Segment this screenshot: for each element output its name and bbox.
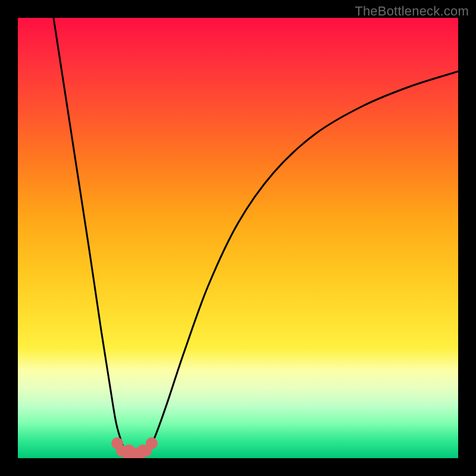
chart-svg: [18, 18, 458, 458]
left-branch-curve: [54, 18, 129, 453]
right-branch-curve: [143, 71, 458, 453]
chart-frame: TheBottleneck.com: [0, 0, 476, 476]
plot-area: [18, 18, 458, 458]
watermark-text: TheBottleneck.com: [355, 4, 469, 19]
marker-dots-group: [111, 437, 158, 458]
marker-dot: [146, 437, 158, 449]
